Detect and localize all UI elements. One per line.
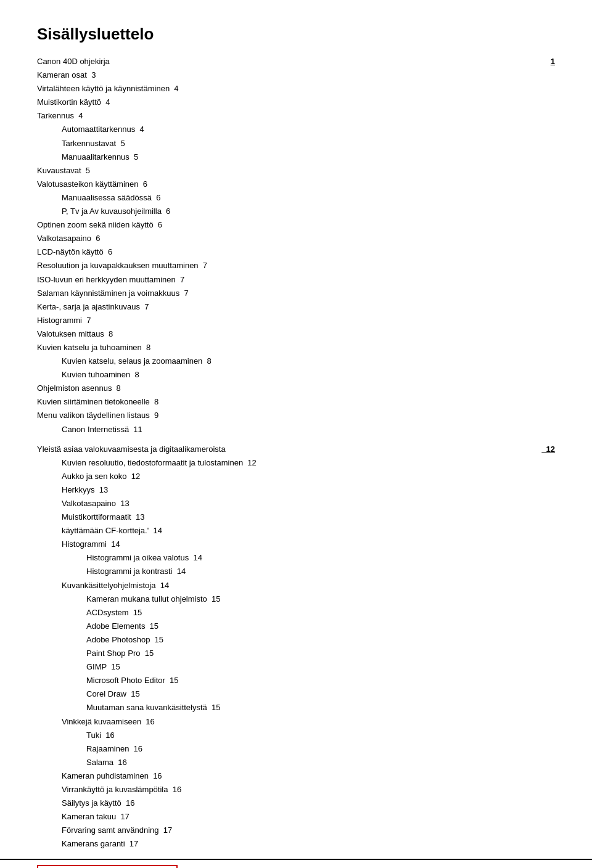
toc-label: Valotuksen mittaus 8 bbox=[37, 327, 555, 341]
toc-item: Kameran puhdistaminen 16 bbox=[37, 769, 555, 783]
toc-label: Resoluution ja kuvapakkauksen muuttamine… bbox=[37, 259, 555, 272]
toc-label: Canon 40D ohjekirja bbox=[37, 55, 547, 68]
toc-label: Adobe Elements 15 bbox=[86, 620, 555, 633]
toc-item: Valkotasapaino 13 bbox=[37, 497, 555, 510]
toc-item: Adobe Elements 15 bbox=[37, 620, 555, 633]
toc-label: Aukko ja sen koko 12 bbox=[62, 470, 555, 483]
toc-label: Valkotasapaino 6 bbox=[37, 232, 555, 245]
toc-item: Muutaman sana kuvankäsittelystä 15 bbox=[37, 701, 555, 714]
toc-item: Manuaalitarkennus 5 bbox=[37, 150, 555, 164]
toc-label: Salama 16 bbox=[86, 756, 555, 769]
page-title: Sisällysluettelo bbox=[37, 25, 555, 44]
toc-item: Histogrammi 14 bbox=[37, 538, 555, 551]
toc-label: LCD-näytön käyttö 6 bbox=[37, 245, 555, 259]
toc-item: Kameran mukana tullut ohjelmisto 15 bbox=[37, 592, 555, 606]
toc-label: Vinkkejä kuvaamiseen 16 bbox=[62, 715, 555, 729]
toc-label: Canon Internetissä 11 bbox=[62, 423, 555, 436]
toc-label: Tuki 16 bbox=[86, 729, 555, 742]
toc-label: Kuvien katselu ja tuhoaminen 8 bbox=[37, 341, 555, 354]
toc-label: Adobe Photoshop 15 bbox=[86, 633, 555, 647]
toc-item: Optinen zoom sekä niiden käyttö 6 bbox=[37, 218, 555, 232]
toc-label: Manuaalisessa säädössä 6 bbox=[62, 191, 555, 205]
toc-label: Virtalähteen käyttö ja käynnistäminen 4 bbox=[37, 82, 555, 96]
toc-item: Yleistä asiaa valokuvaamisesta ja digita… bbox=[37, 443, 555, 456]
toc-label: Paint Shop Pro 15 bbox=[86, 647, 555, 660]
toc-label: Kuvien resoluutio, tiedostoformaatit ja … bbox=[62, 456, 555, 470]
toc-label: Histogrammi 7 bbox=[37, 314, 555, 327]
toc-item: Kerta-, sarja ja ajastinkuvaus 7 bbox=[37, 300, 555, 314]
toc-item: Kameran osat 3 bbox=[37, 68, 555, 82]
toc-item: Automaattitarkennus 4 bbox=[37, 123, 555, 136]
toc-item: ISO-luvun eri herkkyyden muuttaminen 7 bbox=[37, 273, 555, 287]
toc-item: P, Tv ja Av kuvausohjeilmilla 6 bbox=[37, 205, 555, 218]
toc-item: käyttämään CF-kortteja.' 14 bbox=[37, 524, 555, 538]
toc-label: Ohjelmiston asennus 8 bbox=[37, 382, 555, 395]
toc-label: Muistikortin käyttö 4 bbox=[37, 96, 555, 109]
toc-label: Corel Draw 15 bbox=[86, 687, 555, 701]
toc-label: GIMP 15 bbox=[86, 660, 555, 674]
toc-item: Valkotasapaino 6 bbox=[37, 232, 555, 245]
footer: Verkkokauppa .com OSTA VERKOSTA - JOKA P… bbox=[0, 859, 592, 868]
toc-item: Aukko ja sen koko 12 bbox=[37, 470, 555, 483]
toc-item: Förvaring samt användning 17 bbox=[37, 824, 555, 837]
toc-section: Canon 40D ohjekirja 1 Kameran osat 3 Vir… bbox=[37, 55, 555, 851]
toc-item: Kuvien katselu ja tuhoaminen 8 bbox=[37, 341, 555, 354]
toc-label: Rajaaminen 16 bbox=[86, 742, 555, 756]
toc-item: Kuvaustavat 5 bbox=[37, 164, 555, 178]
toc-item: Kuvien tuhoaminen 8 bbox=[37, 368, 555, 382]
toc-item: GIMP 15 bbox=[37, 660, 555, 674]
toc-label: Optinen zoom sekä niiden käyttö 6 bbox=[37, 218, 555, 232]
footer-logo: Verkkokauppa .com OSTA VERKOSTA - JOKA P… bbox=[37, 865, 178, 868]
toc-item: Canon 40D ohjekirja 1 bbox=[37, 55, 555, 68]
toc-item: Tuki 16 bbox=[37, 729, 555, 742]
toc-item: Histogrammi ja oikea valotus 14 bbox=[37, 551, 555, 565]
toc-item: Canon Internetissä 11 bbox=[37, 423, 555, 436]
toc-item: Kameran takuu 17 bbox=[37, 810, 555, 824]
toc-item: Herkkyys 13 bbox=[37, 483, 555, 497]
toc-label: Muutaman sana kuvankäsittelystä 15 bbox=[86, 701, 555, 714]
toc-label: Menu valikon täydellinen listaus 9 bbox=[37, 409, 555, 422]
toc-item: Rajaaminen 16 bbox=[37, 742, 555, 756]
toc-item: Adobe Photoshop 15 bbox=[37, 633, 555, 647]
toc-item: Microsoft Photo Editor 15 bbox=[37, 674, 555, 687]
toc-label: Kuvien tuhoaminen 8 bbox=[62, 368, 555, 382]
toc-item: Vinkkejä kuvaamiseen 16 bbox=[37, 715, 555, 729]
toc-label: Kameran osat 3 bbox=[37, 68, 555, 82]
toc-label: Virrankäyttö ja kuvaslämpötila 16 bbox=[62, 783, 555, 796]
toc-item: Virrankäyttö ja kuvaslämpötila 16 bbox=[37, 783, 555, 796]
toc-label: Säilytys ja käyttö 16 bbox=[62, 796, 555, 810]
toc-page: 12 bbox=[541, 443, 555, 456]
toc-label: Muistikorttiformaatit 13 bbox=[62, 510, 555, 524]
toc-item: Ohjelmiston asennus 8 bbox=[37, 382, 555, 395]
toc-item: LCD-näytön käyttö 6 bbox=[37, 245, 555, 259]
toc-item: Valotuksen mittaus 8 bbox=[37, 327, 555, 341]
toc-label: Histogrammi ja kontrasti 14 bbox=[86, 565, 555, 578]
toc-item: Menu valikon täydellinen listaus 9 bbox=[37, 409, 555, 422]
toc-item: Virtalähteen käyttö ja käynnistäminen 4 bbox=[37, 82, 555, 96]
toc-label: Förvaring samt användning 17 bbox=[62, 824, 555, 837]
toc-item: Salama 16 bbox=[37, 756, 555, 769]
page-content: Sisällysluettelo Canon 40D ohjekirja 1 K… bbox=[0, 0, 592, 868]
toc-label: Manuaalitarkennus 5 bbox=[62, 150, 555, 164]
toc-item: Paint Shop Pro 15 bbox=[37, 647, 555, 660]
toc-item: Valotusasteikon käyttäminen 6 bbox=[37, 178, 555, 191]
toc-label: Valotusasteikon käyttäminen 6 bbox=[37, 178, 555, 191]
toc-label: Valkotasapaino 13 bbox=[62, 497, 555, 510]
toc-item: Kamerans garanti 17 bbox=[37, 837, 555, 851]
toc-label: Automaattitarkennus 4 bbox=[62, 123, 555, 136]
toc-label: Kuvien siirtäminen tietokoneelle 8 bbox=[37, 395, 555, 409]
toc-label: Kameran puhdistaminen 16 bbox=[62, 769, 555, 783]
toc-label: käyttämään CF-kortteja.' 14 bbox=[62, 524, 555, 538]
toc-item: ACDsystem 15 bbox=[37, 606, 555, 620]
toc-item: Kuvien katselu, selaus ja zoomaaminen 8 bbox=[37, 354, 555, 368]
toc-label: Kuvien katselu, selaus ja zoomaaminen 8 bbox=[62, 354, 555, 368]
toc-page: 1 bbox=[551, 55, 555, 68]
toc-label: Kuvaustavat 5 bbox=[37, 164, 555, 178]
toc-label: Salaman käynnistäminen ja voimakkuus 7 bbox=[37, 287, 555, 300]
toc-item: Corel Draw 15 bbox=[37, 687, 555, 701]
toc-label: Tarkennustavat 5 bbox=[62, 137, 555, 150]
toc-label: Histogrammi ja oikea valotus 14 bbox=[86, 551, 555, 565]
toc-item: Manuaalisessa säädössä 6 bbox=[37, 191, 555, 205]
toc-item: Muistikortin käyttö 4 bbox=[37, 96, 555, 109]
toc-item: Kuvien resoluutio, tiedostoformaatit ja … bbox=[37, 456, 555, 470]
